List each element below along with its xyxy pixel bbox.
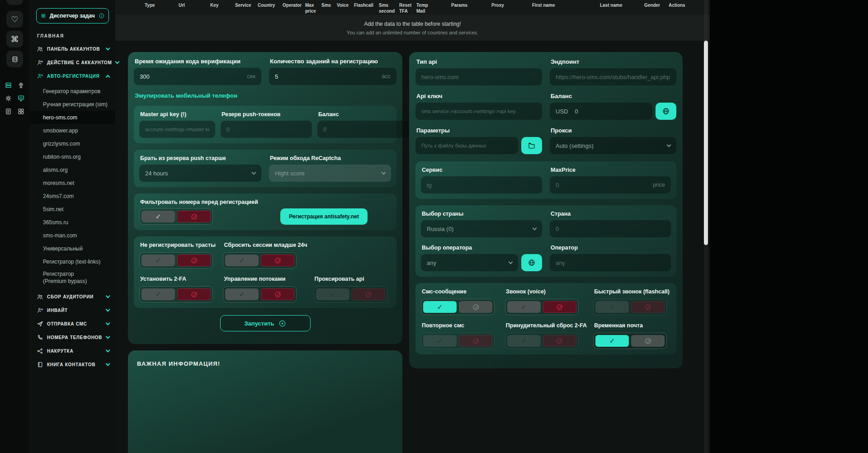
- column-header[interactable]: Temp Mail: [416, 2, 451, 14]
- toggle-allow-option[interactable]: ✓: [507, 335, 541, 347]
- rail-top-button[interactable]: [6, 0, 23, 5]
- toggle-allow-option[interactable]: ✓: [142, 255, 175, 266]
- toggle-allow-option[interactable]: ✓: [423, 301, 457, 313]
- toggle-allow-option[interactable]: ✓: [225, 255, 259, 266]
- toggle-block-option[interactable]: [631, 335, 665, 347]
- webcam-icon[interactable]: [16, 80, 25, 90]
- toggle-allow-option[interactable]: ✓: [595, 301, 629, 313]
- toggle-block-option[interactable]: [352, 288, 385, 300]
- toggle-block-option[interactable]: [261, 288, 294, 300]
- no-trust-toggle[interactable]: ✓: [139, 252, 213, 269]
- emulator-balance-input[interactable]: [323, 126, 403, 133]
- sidebar-item-audience[interactable]: СБОР АУДИТОРИИ: [29, 290, 115, 303]
- sidebar-item-account-action[interactable]: ДЕЙСТВИЕ С АККАУНТОМ: [29, 56, 115, 69]
- submenu-item[interactable]: alisms.org: [29, 163, 115, 176]
- column-header[interactable]: First name: [532, 2, 600, 14]
- toggle-allow-option[interactable]: ✓: [595, 335, 629, 347]
- storage-button[interactable]: [6, 51, 23, 67]
- submenu-item[interactable]: Регистратор (text-links): [29, 255, 115, 268]
- toggle-block-option[interactable]: [543, 335, 576, 347]
- column-header[interactable]: Key: [210, 2, 235, 14]
- column-header[interactable]: Operator: [283, 2, 305, 14]
- recaptcha-mode-select[interactable]: Hight score: [269, 165, 391, 182]
- toggle-block-option[interactable]: [631, 301, 665, 313]
- submenu-item[interactable]: moresms.net: [29, 176, 115, 189]
- proxy-select[interactable]: Auto (settings): [550, 137, 676, 154]
- toggle-block-option[interactable]: [177, 255, 211, 266]
- sidebar-item-invite[interactable]: ИНВАЙТ: [29, 303, 115, 317]
- repeat-sms-toggle[interactable]: ✓: [421, 333, 495, 349]
- operator-input[interactable]: [556, 260, 665, 266]
- country-code-input[interactable]: [556, 226, 665, 232]
- antisafety-registration-button[interactable]: Регистрация antisafety.net: [280, 208, 368, 225]
- column-header[interactable]: Url: [179, 2, 210, 14]
- toggle-allow-option[interactable]: ✓: [316, 288, 349, 300]
- endpoint-input[interactable]: [556, 74, 670, 80]
- set-2fa-toggle[interactable]: ✓: [139, 286, 213, 302]
- task-manager-button[interactable]: Диспетчер задач: [36, 8, 109, 24]
- tasks-count-input[interactable]: [275, 73, 378, 80]
- column-header[interactable]: Type: [145, 2, 179, 14]
- temp-mail-toggle[interactable]: ✓: [593, 333, 667, 349]
- operator-select[interactable]: any: [421, 254, 518, 271]
- flashcall-toggle[interactable]: ✓: [593, 299, 667, 315]
- column-header[interactable]: Flashcall: [354, 2, 379, 14]
- scrollbar-thumb[interactable]: [704, 41, 708, 245]
- wait-code-input[interactable]: [140, 73, 243, 80]
- master-key-input[interactable]: [145, 127, 209, 132]
- sidebar-item-send-sms[interactable]: ОТПРАВКА СМС: [29, 317, 115, 330]
- column-header[interactable]: Voice: [337, 2, 354, 14]
- submenu-item[interactable]: Генератор параметров: [29, 85, 115, 98]
- service-input[interactable]: [427, 182, 536, 189]
- scrollbar-track[interactable]: [704, 0, 708, 453]
- toggle-allow-option[interactable]: ✓: [225, 288, 259, 300]
- proxy-api-toggle[interactable]: ✓: [314, 286, 387, 302]
- toggle-block-option[interactable]: [459, 335, 492, 347]
- api-balance-check-button[interactable]: [656, 103, 676, 120]
- force-reset-2fa-toggle[interactable]: ✓: [505, 333, 579, 349]
- start-button[interactable]: Запустить: [220, 315, 311, 331]
- column-header[interactable]: Proxy: [491, 2, 532, 14]
- push-older-select[interactable]: 24 hours: [139, 165, 261, 182]
- chart-monitor-icon[interactable]: [16, 94, 25, 103]
- notes-icon[interactable]: [4, 107, 13, 116]
- toggle-block-option[interactable]: [543, 301, 576, 313]
- column-header[interactable]: Gender: [644, 2, 669, 14]
- submenu-item[interactable]: 365sms.ru: [29, 216, 115, 229]
- toggle-block-option[interactable]: [459, 301, 492, 313]
- column-header[interactable]: Sms: [321, 2, 337, 14]
- submenu-item[interactable]: Ручная регистрация (sim): [29, 98, 115, 111]
- submenu-item[interactable]: smsbower.app: [29, 124, 115, 137]
- submenu-item[interactable]: Регистратор (Premium bypass): [29, 268, 115, 287]
- filter-numbers-toggle[interactable]: ✓: [139, 208, 213, 225]
- toggle-block-option[interactable]: [261, 255, 294, 266]
- column-header[interactable]: Max price: [305, 2, 321, 14]
- submenu-item-active[interactable]: hero-sms.com: [29, 111, 115, 124]
- column-header[interactable]: Reset TFA: [399, 2, 416, 14]
- push-reserve-input[interactable]: [226, 126, 306, 133]
- sidebar-item-boost[interactable]: НАКРУТКА: [29, 344, 115, 358]
- max-price-input[interactable]: [556, 182, 649, 189]
- submenu-item[interactable]: 5sim.net: [29, 203, 115, 216]
- favorites-button[interactable]: ♡: [6, 11, 23, 28]
- api-key-input[interactable]: [421, 109, 536, 114]
- submenu-item[interactable]: rubiton-sms.org: [29, 150, 115, 163]
- toggle-allow-option[interactable]: ✓: [423, 335, 457, 347]
- toggle-allow-option[interactable]: ✓: [142, 288, 175, 300]
- submenu-item[interactable]: 24sms7.com: [29, 189, 115, 203]
- server-icon[interactable]: [4, 80, 13, 90]
- layout-icon[interactable]: [16, 107, 25, 116]
- sidebar-item-auto-registration[interactable]: АВТО-РЕГИСТРАЦИЯ: [29, 69, 115, 83]
- sidebar-item-contacts-book[interactable]: КНИГА КОНТАКТОВ: [29, 358, 115, 371]
- sidebar-item-accounts-panel[interactable]: ПАНЕЛЬ АККАУНТОВ: [29, 42, 115, 56]
- country-select[interactable]: Russia (0): [421, 220, 542, 237]
- submenu-item[interactable]: sms-man.com: [29, 229, 115, 242]
- params-input[interactable]: [421, 143, 512, 148]
- voice-call-toggle[interactable]: ✓: [505, 299, 579, 315]
- column-header[interactable]: Service: [235, 2, 258, 14]
- column-header[interactable]: Sms second: [379, 2, 399, 14]
- reset-sessions-toggle[interactable]: ✓: [223, 252, 297, 269]
- toggle-block-option[interactable]: [177, 211, 211, 222]
- operator-check-button[interactable]: [521, 254, 542, 271]
- api-balance-field[interactable]: USD 0: [550, 103, 652, 120]
